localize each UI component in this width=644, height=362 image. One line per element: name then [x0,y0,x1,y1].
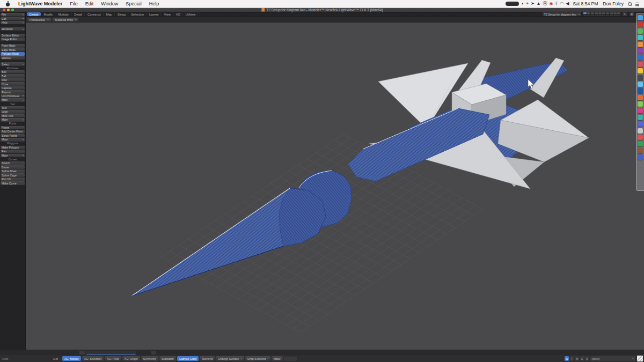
tab-utilities[interactable]: Utilities [184,12,199,16]
dock-app-icon[interactable] [638,128,643,134]
dock-app-icon[interactable] [638,88,643,93]
menu-window[interactable]: Window [97,0,122,8]
vmap-w-button[interactable]: W [565,356,569,361]
sidebar-item-file[interactable]: File▾ [1,13,25,17]
view-mode-dropdown[interactable]: Perspective ▾ [27,18,51,22]
sidebar-item-select[interactable]: Select▾ [1,62,25,66]
catmull-clark-button[interactable]: Catmull-Clark [177,356,199,361]
sidebar-item-ball[interactable]: Ball [1,74,25,78]
menu-extra-icon[interactable]: ◉ [550,0,553,8]
menubar-clock[interactable]: Sat 8:54 PM [572,1,599,6]
menu-lightwave-modeler[interactable]: LightWave Modeler [14,0,66,8]
tab-setup[interactable]: Setup [115,12,128,16]
layer-button-8[interactable] [610,12,613,16]
sidebar-item-capsule[interactable]: Capsule [1,86,25,90]
sidebar-item-make-curve[interactable]: Make Curve [1,181,25,185]
window-resize-grip[interactable] [637,356,643,361]
sidebar-item-point-mode[interactable]: Point Mode [1,44,25,48]
sidebar-item-edge-mode[interactable]: Edge Mode [1,48,25,51]
notification-center-icon[interactable] [635,2,640,6]
sidebar-item-cone[interactable]: Cone [1,82,25,86]
ac-origin-button[interactable]: AC: Origin [122,356,140,361]
layer-button-6[interactable] [602,12,605,16]
vmap-m-button[interactable]: M [575,356,579,361]
dock-app-icon[interactable] [638,55,643,60]
tab-layers[interactable]: Layers [147,12,161,16]
layer-button-9[interactable] [613,12,617,16]
dock-app-icon[interactable] [638,35,643,40]
sidebar-item-make-polygon[interactable]: Make Polygon [1,146,25,150]
sidebar-item-more[interactable]: More▾ [1,118,25,122]
sidebar-item-add-center-point[interactable]: Add Center Point [1,130,25,134]
ac-pivot-button[interactable]: AC: Pivot [105,356,121,361]
dock-app-icon[interactable] [638,48,643,54]
sidebar-item-help[interactable]: Help▾ [1,21,25,25]
sidebar-item-surface-editor[interactable]: Surface Editor [1,34,25,38]
menu-extra-icon[interactable]: ◀ [566,0,569,8]
sidebar-item-bezier[interactable]: Bezier [1,165,25,169]
tab-modify[interactable]: Modify [41,12,55,16]
change-surface-button[interactable]: Change Surfaceq [216,356,244,361]
dock-app-icon[interactable] [638,141,643,146]
vmap-s-button[interactable]: S [585,356,589,361]
sidebar-item-text[interactable]: Text [1,106,25,110]
dock-app-icon[interactable] [638,135,643,140]
tab-map[interactable]: Map [104,12,115,16]
bank-grid-icon[interactable]: ▦ [629,12,634,17]
menu-file[interactable]: File [66,0,82,8]
tab-construct[interactable]: Construct [85,12,104,16]
dock-app-icon[interactable] [638,121,643,127]
sidebar-item-more[interactable]: More▾ [1,154,25,158]
make-button[interactable]: Make [272,356,283,361]
menu-extra-icon[interactable]: ᛒ [555,0,558,8]
sidebar-item-more[interactable]: More▾ [1,98,25,102]
menubar-user[interactable]: Don Foley [602,1,625,6]
sidebar-item-more[interactable]: More▾ [1,138,25,142]
sidebar-item-multi-text[interactable]: Multi Text [1,114,25,118]
status-input-field[interactable] [284,357,297,361]
tab-create[interactable]: Create [27,12,41,16]
menu-extra-icon[interactable]: Ⓐ [543,0,547,8]
vmap-c-button[interactable]: C [580,356,584,361]
layer-button-2[interactable] [587,12,590,16]
sidebar-item-polygon-mode[interactable]: Polygon Mode [1,52,25,56]
dock-app-icon[interactable] [638,75,643,80]
layer-button-10[interactable] [617,12,620,16]
menu-extra-icon[interactable]: ◖ [522,0,524,8]
sidebar-item-box[interactable]: Box [1,70,25,74]
drop-selected-button[interactable]: Drop Selected/ [245,356,270,361]
sidebar-item-plot-1d[interactable]: Plot 1D [1,178,25,181]
spotlight-icon[interactable] [627,2,632,6]
tab-i-o[interactable]: I/O [174,12,183,16]
sidebar-item-edit[interactable]: Edit▾ [1,17,25,20]
sidebar-item-disc[interactable]: Disc [1,78,25,82]
numeric-button[interactable]: Numeric [200,356,215,361]
dock-app-icon[interactable] [638,95,643,100]
zoom-window-icon[interactable] [11,9,14,11]
sidebar-item-points[interactable]: Points [1,126,25,130]
vmap-selector[interactable]: (none) ▾ [590,356,635,361]
tab-detail[interactable]: Detail [72,12,85,16]
dock-app-icon[interactable] [638,101,643,107]
layer-button-5[interactable] [598,12,602,16]
object-selector[interactable]: T2 Setup for diagram.lwo ▾ [542,12,582,17]
menu-help[interactable]: Help [145,0,163,8]
layer-button-1[interactable] [583,12,587,16]
tab-selection[interactable]: Selection [129,12,147,16]
symmetry-button[interactable]: Symmetry [141,356,158,361]
viewport-canvas[interactable] [26,22,644,351]
render-mode-dropdown[interactable]: Textured Wire ▾ [53,18,79,22]
dock-app-icon[interactable] [638,148,643,153]
dock-app-icon[interactable] [638,28,643,34]
ac-selection-button[interactable]: AC: Selection [82,356,104,361]
sidebar-item-spline-draw[interactable]: Spline Draw [1,169,25,173]
layer-nav-icon[interactable]: ⇅ [622,12,627,17]
dock-app-icon[interactable] [638,154,643,160]
dock-app-icon[interactable] [638,68,643,73]
dock-app-icon[interactable] [638,82,643,87]
dock-app-icon[interactable] [638,21,643,27]
dock-app-icon[interactable] [638,115,643,120]
tab-multiply[interactable]: Multiply [56,12,71,16]
sidebar-item-image-editor[interactable]: Image Editor [1,38,25,41]
sidebar-item-spline-cage[interactable]: Spline Cage [1,173,25,177]
